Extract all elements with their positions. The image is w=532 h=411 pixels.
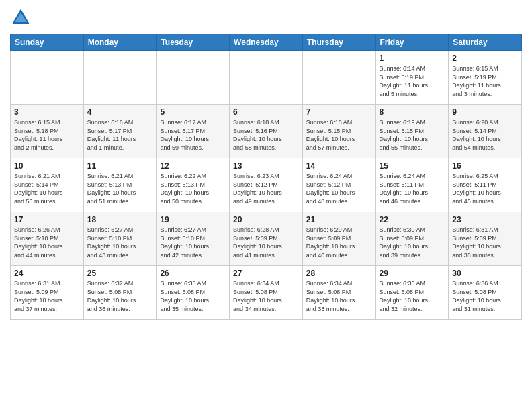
calendar: SundayMondayTuesdayWednesdayThursdayFrid… bbox=[10, 34, 522, 320]
weekday-header-saturday: Saturday bbox=[449, 34, 522, 51]
day-number: 1 bbox=[380, 54, 445, 63]
day-number: 19 bbox=[160, 215, 226, 224]
day-number: 6 bbox=[233, 107, 299, 117]
calendar-day-cell: 7Sunrise: 6:18 AM Sunset: 5:15 PM Daylig… bbox=[302, 105, 375, 158]
day-number: 30 bbox=[452, 269, 518, 278]
calendar-day-cell: 6Sunrise: 6:18 AM Sunset: 5:16 PM Daylig… bbox=[230, 105, 303, 158]
day-number: 9 bbox=[452, 107, 518, 117]
day-number: 26 bbox=[160, 269, 226, 278]
day-number: 3 bbox=[14, 107, 80, 117]
day-number: 17 bbox=[14, 215, 80, 224]
day-number: 16 bbox=[452, 161, 518, 171]
day-info: Sunrise: 6:18 AM Sunset: 5:16 PM Dayligh… bbox=[233, 118, 299, 152]
calendar-day-cell: 2Sunrise: 6:15 AM Sunset: 5:19 PM Daylig… bbox=[449, 51, 522, 105]
day-info: Sunrise: 6:24 AM Sunset: 5:11 PM Dayligh… bbox=[380, 172, 445, 205]
day-number: 5 bbox=[160, 107, 226, 117]
calendar-day-cell: 23Sunrise: 6:31 AM Sunset: 5:09 PM Dayli… bbox=[449, 212, 522, 266]
day-info: Sunrise: 6:35 AM Sunset: 5:08 PM Dayligh… bbox=[380, 279, 445, 313]
weekday-header-tuesday: Tuesday bbox=[157, 34, 230, 51]
calendar-day-cell: 9Sunrise: 6:20 AM Sunset: 5:14 PM Daylig… bbox=[449, 105, 522, 158]
day-info: Sunrise: 6:21 AM Sunset: 5:14 PM Dayligh… bbox=[14, 172, 80, 205]
calendar-day-cell: 17Sunrise: 6:26 AM Sunset: 5:10 PM Dayli… bbox=[11, 212, 84, 266]
calendar-day-cell: 10Sunrise: 6:21 AM Sunset: 5:14 PM Dayli… bbox=[11, 158, 84, 212]
calendar-day-cell: 12Sunrise: 6:22 AM Sunset: 5:13 PM Dayli… bbox=[157, 158, 230, 212]
day-number: 7 bbox=[306, 107, 372, 117]
day-number: 20 bbox=[233, 215, 299, 224]
calendar-day-cell: 22Sunrise: 6:30 AM Sunset: 5:09 PM Dayli… bbox=[375, 212, 449, 266]
calendar-day-cell: 18Sunrise: 6:27 AM Sunset: 5:10 PM Dayli… bbox=[83, 212, 157, 266]
calendar-day-cell: 21Sunrise: 6:29 AM Sunset: 5:09 PM Dayli… bbox=[302, 212, 375, 266]
day-info: Sunrise: 6:15 AM Sunset: 5:19 PM Dayligh… bbox=[452, 64, 518, 98]
calendar-day-cell: 20Sunrise: 6:28 AM Sunset: 5:09 PM Dayli… bbox=[230, 212, 303, 266]
calendar-day-cell: 15Sunrise: 6:24 AM Sunset: 5:11 PM Dayli… bbox=[375, 158, 449, 212]
day-info: Sunrise: 6:16 AM Sunset: 5:17 PM Dayligh… bbox=[87, 118, 153, 152]
weekday-header-sunday: Sunday bbox=[11, 34, 84, 51]
calendar-day-cell: 26Sunrise: 6:33 AM Sunset: 5:08 PM Dayli… bbox=[157, 266, 230, 320]
day-number: 18 bbox=[87, 215, 153, 224]
weekday-row: SundayMondayTuesdayWednesdayThursdayFrid… bbox=[11, 34, 522, 51]
day-info: Sunrise: 6:24 AM Sunset: 5:12 PM Dayligh… bbox=[306, 172, 372, 205]
calendar-day-cell: 24Sunrise: 6:31 AM Sunset: 5:09 PM Dayli… bbox=[11, 266, 84, 320]
day-info: Sunrise: 6:27 AM Sunset: 5:10 PM Dayligh… bbox=[160, 226, 226, 259]
calendar-day-cell: 8Sunrise: 6:19 AM Sunset: 5:15 PM Daylig… bbox=[375, 105, 449, 158]
day-info: Sunrise: 6:30 AM Sunset: 5:09 PM Dayligh… bbox=[380, 226, 445, 259]
day-info: Sunrise: 6:22 AM Sunset: 5:13 PM Dayligh… bbox=[160, 172, 226, 205]
day-info: Sunrise: 6:14 AM Sunset: 5:19 PM Dayligh… bbox=[380, 64, 445, 98]
day-number: 8 bbox=[380, 107, 445, 117]
day-number: 25 bbox=[87, 269, 153, 278]
calendar-day-cell: 3Sunrise: 6:15 AM Sunset: 5:18 PM Daylig… bbox=[11, 105, 84, 158]
calendar-day-cell: 19Sunrise: 6:27 AM Sunset: 5:10 PM Dayli… bbox=[157, 212, 230, 266]
calendar-header: SundayMondayTuesdayWednesdayThursdayFrid… bbox=[11, 34, 522, 51]
day-number: 13 bbox=[233, 161, 299, 171]
day-info: Sunrise: 6:15 AM Sunset: 5:18 PM Dayligh… bbox=[14, 118, 80, 152]
weekday-header-thursday: Thursday bbox=[302, 34, 375, 51]
weekday-header-friday: Friday bbox=[375, 34, 449, 51]
day-info: Sunrise: 6:31 AM Sunset: 5:09 PM Dayligh… bbox=[452, 226, 518, 259]
day-info: Sunrise: 6:31 AM Sunset: 5:09 PM Dayligh… bbox=[14, 279, 80, 313]
day-number: 27 bbox=[233, 269, 299, 278]
calendar-day-cell: 29Sunrise: 6:35 AM Sunset: 5:08 PM Dayli… bbox=[375, 266, 449, 320]
day-number: 10 bbox=[14, 161, 80, 171]
calendar-day-cell: 13Sunrise: 6:23 AM Sunset: 5:12 PM Dayli… bbox=[230, 158, 303, 212]
day-number: 24 bbox=[14, 269, 80, 278]
calendar-day-cell: 16Sunrise: 6:25 AM Sunset: 5:11 PM Dayli… bbox=[449, 158, 522, 212]
day-number: 28 bbox=[306, 269, 372, 278]
calendar-day-cell bbox=[11, 51, 84, 105]
day-info: Sunrise: 6:28 AM Sunset: 5:09 PM Dayligh… bbox=[233, 226, 299, 259]
calendar-day-cell bbox=[302, 51, 375, 105]
calendar-day-cell: 28Sunrise: 6:34 AM Sunset: 5:08 PM Dayli… bbox=[302, 266, 375, 320]
day-info: Sunrise: 6:20 AM Sunset: 5:14 PM Dayligh… bbox=[452, 118, 518, 152]
day-info: Sunrise: 6:23 AM Sunset: 5:12 PM Dayligh… bbox=[233, 172, 299, 205]
logo-icon bbox=[10, 7, 32, 28]
day-info: Sunrise: 6:25 AM Sunset: 5:11 PM Dayligh… bbox=[452, 172, 518, 205]
day-number: 23 bbox=[452, 215, 518, 224]
day-info: Sunrise: 6:19 AM Sunset: 5:15 PM Dayligh… bbox=[380, 118, 445, 152]
day-info: Sunrise: 6:34 AM Sunset: 5:08 PM Dayligh… bbox=[233, 279, 299, 313]
weekday-header-wednesday: Wednesday bbox=[230, 34, 303, 51]
calendar-week-1: 1Sunrise: 6:14 AM Sunset: 5:19 PM Daylig… bbox=[11, 51, 522, 105]
logo bbox=[10, 7, 34, 28]
calendar-day-cell: 4Sunrise: 6:16 AM Sunset: 5:17 PM Daylig… bbox=[83, 105, 157, 158]
calendar-day-cell: 11Sunrise: 6:21 AM Sunset: 5:13 PM Dayli… bbox=[83, 158, 157, 212]
calendar-day-cell bbox=[230, 51, 303, 105]
calendar-day-cell: 25Sunrise: 6:32 AM Sunset: 5:08 PM Dayli… bbox=[83, 266, 157, 320]
day-info: Sunrise: 6:26 AM Sunset: 5:10 PM Dayligh… bbox=[14, 226, 80, 259]
day-number: 29 bbox=[380, 269, 445, 278]
calendar-week-5: 24Sunrise: 6:31 AM Sunset: 5:09 PM Dayli… bbox=[11, 266, 522, 320]
day-number: 11 bbox=[87, 161, 153, 171]
day-info: Sunrise: 6:27 AM Sunset: 5:10 PM Dayligh… bbox=[87, 226, 153, 259]
day-info: Sunrise: 6:32 AM Sunset: 5:08 PM Dayligh… bbox=[87, 279, 153, 313]
day-info: Sunrise: 6:33 AM Sunset: 5:08 PM Dayligh… bbox=[160, 279, 226, 313]
calendar-day-cell: 30Sunrise: 6:36 AM Sunset: 5:08 PM Dayli… bbox=[449, 266, 522, 320]
day-info: Sunrise: 6:18 AM Sunset: 5:15 PM Dayligh… bbox=[306, 118, 372, 152]
day-info: Sunrise: 6:17 AM Sunset: 5:17 PM Dayligh… bbox=[160, 118, 226, 152]
day-number: 22 bbox=[380, 215, 445, 224]
day-info: Sunrise: 6:34 AM Sunset: 5:08 PM Dayligh… bbox=[306, 279, 372, 313]
day-info: Sunrise: 6:36 AM Sunset: 5:08 PM Dayligh… bbox=[452, 279, 518, 313]
day-number: 12 bbox=[160, 161, 226, 171]
day-number: 21 bbox=[306, 215, 372, 224]
calendar-day-cell: 14Sunrise: 6:24 AM Sunset: 5:12 PM Dayli… bbox=[302, 158, 375, 212]
day-number: 2 bbox=[452, 54, 518, 63]
calendar-day-cell: 1Sunrise: 6:14 AM Sunset: 5:19 PM Daylig… bbox=[375, 51, 449, 105]
calendar-week-4: 17Sunrise: 6:26 AM Sunset: 5:10 PM Dayli… bbox=[11, 212, 522, 266]
